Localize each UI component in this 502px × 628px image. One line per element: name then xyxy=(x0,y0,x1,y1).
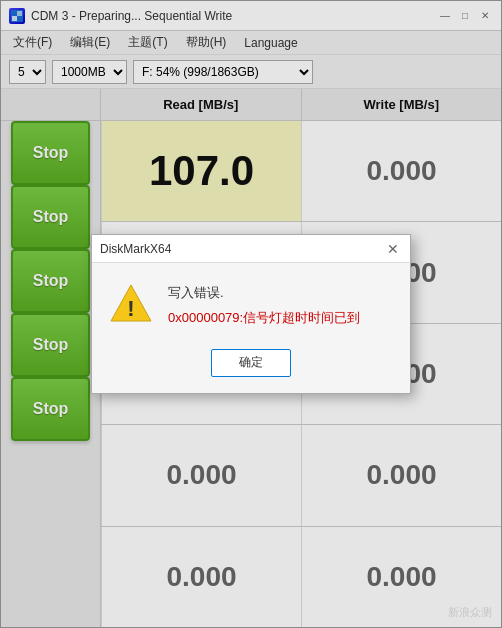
dialog-overlay: DiskMarkX64 ✕ ! 写入错误. 0x00000079:信号灯超时时间… xyxy=(0,0,502,628)
dialog-ok-button[interactable]: 确定 xyxy=(211,349,291,377)
dialog-message: 写入错误. 0x00000079:信号灯超时时间已到 xyxy=(168,283,360,329)
svg-text:!: ! xyxy=(127,296,134,321)
dialog-body: ! 写入错误. 0x00000079:信号灯超时时间已到 xyxy=(92,263,410,341)
dialog-footer: 确定 xyxy=(92,341,410,391)
dialog-close-button[interactable]: ✕ xyxy=(384,240,402,258)
error-dialog: DiskMarkX64 ✕ ! 写入错误. 0x00000079:信号灯超时时间… xyxy=(91,234,411,394)
warning-icon: ! xyxy=(108,283,154,323)
dialog-message-line2: 0x00000079:信号灯超时时间已到 xyxy=(168,308,360,329)
dialog-title: DiskMarkX64 xyxy=(100,242,171,256)
dialog-titlebar: DiskMarkX64 ✕ xyxy=(92,235,410,263)
dialog-message-line1: 写入错误. xyxy=(168,283,360,304)
